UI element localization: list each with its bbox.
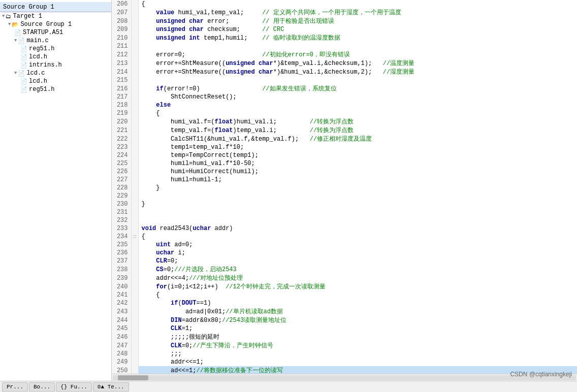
table-row[interactable]: 216 if(error!=0) //如果发生错误，系统复位 <box>112 84 577 93</box>
table-row[interactable]: 223 temp1=temp_val.f*10; <box>112 143 577 151</box>
table-row[interactable]: 224 temp=TempCorrect(temp1); <box>112 151 577 159</box>
file-icon: 📄 <box>20 62 27 69</box>
table-row[interactable]: 209 unsigned char checksum; // CRC <box>112 25 577 34</box>
bracket-indicator <box>131 333 138 341</box>
table-row[interactable]: 240 for(i=0;i<12;i++) //12个时钟走完，完成一次读取测量 <box>112 282 577 291</box>
code-content: value humi_val,temp_val; // 定义两个共同体，一个用于… <box>138 8 577 17</box>
bracket-indicator <box>131 135 138 143</box>
tree-item-lcd-c[interactable]: ▼📄lcd.c <box>0 69 111 77</box>
table-row[interactable]: 235 uint ad=0; <box>112 241 577 249</box>
table-row[interactable]: 227 humil=humil-1; <box>112 176 577 184</box>
tree-item-reg51-h[interactable]: 📄reg51.h <box>0 85 111 93</box>
table-row[interactable]: 233void read2543(uchar addr) <box>112 224 577 233</box>
line-number: 209 <box>112 25 131 34</box>
table-row[interactable]: 231 <box>112 208 577 216</box>
bottom-tab-bo---[interactable]: Bo... <box>29 382 55 391</box>
sidebar[interactable]: Source Group 1 ▼🗂Target 1▼📂Source Group … <box>0 0 112 381</box>
scroll-thumb[interactable] <box>118 375 148 380</box>
line-number: 249 <box>112 358 131 366</box>
file-icon: 📄 <box>14 29 21 36</box>
bracket-indicator <box>131 282 138 291</box>
code-content: DIN=addr&0x80;//2543读取测量地址位 <box>138 316 577 324</box>
bottom-tab-pr---[interactable]: Pr... <box>2 382 28 391</box>
code-content: { <box>138 233 577 241</box>
table-row[interactable]: 206{ <box>112 0 577 8</box>
code-content <box>138 208 577 216</box>
table-row[interactable]: 217 ShtConnectReset(); <box>112 93 577 101</box>
file-icon: 🗂 <box>6 13 11 20</box>
table-row[interactable]: 221 temp_val.f=(float)temp_val.i; //转换为浮… <box>112 126 577 135</box>
line-number: 226 <box>112 168 131 176</box>
table-row[interactable]: 249 addr<<=1; <box>112 358 577 366</box>
expand-icon: ▼ <box>8 22 11 27</box>
horizontal-scrollbar[interactable] <box>112 374 577 381</box>
table-row[interactable]: 230} <box>112 200 577 208</box>
table-row[interactable]: 228 } <box>112 184 577 192</box>
tree-item-target-1[interactable]: ▼🗂Target 1 <box>0 12 111 20</box>
bottom-tab----fu---[interactable]: {} Fu... <box>56 382 92 391</box>
tree-item-reg51-h[interactable]: 📄reg51.h <box>0 45 111 53</box>
table-row[interactable]: 229 <box>112 192 577 200</box>
bottom-tab-0--te---[interactable]: 0▲ Te... <box>93 382 129 391</box>
code-content: CLK=1; <box>138 324 577 333</box>
line-number: 212 <box>112 50 131 59</box>
line-number: 228 <box>112 184 131 192</box>
table-row[interactable]: 241 { <box>112 291 577 299</box>
table-row[interactable]: 208 unsigned char error; // 用于检验是否出现错误 <box>112 17 577 25</box>
bracket-indicator <box>131 68 138 76</box>
table-row[interactable]: 242 if(DOUT==1) <box>112 299 577 307</box>
code-content: { <box>138 0 577 8</box>
table-row[interactable]: 211 <box>112 42 577 50</box>
bracket-indicator <box>131 366 138 374</box>
expand-icon: ▼ <box>2 14 5 19</box>
tree-item-source-group-1[interactable]: ▼📂Source Group 1 <box>0 20 111 28</box>
table-row[interactable]: 218 else <box>112 101 577 109</box>
table-row[interactable]: 246 ;;;;;很短的延时 <box>112 333 577 341</box>
file-icon: 📄 <box>20 86 27 93</box>
tree-item-lcd-h[interactable]: 📄lcd.h <box>0 77 111 85</box>
code-scroll[interactable]: 206{207 value humi_val,temp_val; // 定义两个… <box>112 0 577 374</box>
table-row[interactable]: 236 uchar i; <box>112 249 577 257</box>
tree-item-startup-a51[interactable]: 📄STARTUP.A51 <box>0 28 111 37</box>
file-icon: 📄 <box>18 70 25 77</box>
table-row[interactable]: 234□{ <box>112 233 577 241</box>
table-row[interactable]: 237 CLR=0; <box>112 257 577 265</box>
table-row[interactable]: 212 error=0; //初始化error=0，即没有错误 <box>112 50 577 59</box>
code-content: CLK=0;//产生下降沿，产生时钟信号 <box>138 341 577 350</box>
bracket-indicator <box>131 257 138 265</box>
table-row[interactable]: 248 ;;; <box>112 350 577 358</box>
table-row[interactable]: 250 ad<<=1;//将数据移位准备下一位的读写 <box>112 366 577 374</box>
line-number: 238 <box>112 265 131 274</box>
code-content: addr<<=1; <box>138 358 577 366</box>
table-row[interactable]: 220 humi_val.f=(float)humi_val.i; //转换为浮… <box>112 117 577 126</box>
table-row[interactable]: 247 CLK=0;//产生下降沿，产生时钟信号 <box>112 341 577 350</box>
table-row[interactable]: 244 DIN=addr&0x80;//2543读取测量地址位 <box>112 316 577 324</box>
tree-item-intrins-h[interactable]: 📄intrins.h <box>0 61 111 69</box>
table-row[interactable]: 219 { <box>112 109 577 117</box>
tree-item-lcd-h[interactable]: 📄lcd.h <box>0 53 111 61</box>
file-icon: 📄 <box>20 54 27 60</box>
table-row[interactable]: 238 CS=0;///片选段，启动2543 <box>112 265 577 274</box>
table-row[interactable]: 232 <box>112 216 577 224</box>
table-row[interactable]: 213 error+=ShtMeasure((unsigned char*)&t… <box>112 59 577 68</box>
table-row[interactable]: 239 addr<<=4;///对地址位预处理 <box>112 274 577 282</box>
table-row[interactable]: 207 value humi_val,temp_val; // 定义两个共同体，… <box>112 8 577 17</box>
tree-item-main-c[interactable]: ▼📄main.c <box>0 37 111 45</box>
line-number: 247 <box>112 341 131 350</box>
table-row[interactable]: 214 error+=ShtMeasure((unsigned char*)&h… <box>112 68 577 76</box>
tree-item-label: intrins.h <box>29 61 62 69</box>
code-content <box>138 76 577 84</box>
table-row[interactable]: 245 CLK=1; <box>112 324 577 333</box>
table-row[interactable]: 225 humil=humi_val.f*10-50; <box>112 159 577 168</box>
code-content: CS=0;///片选段，启动2543 <box>138 265 577 274</box>
source-group-label: Source Group 1 <box>3 4 54 11</box>
table-row[interactable]: 210 unsigned int temp1,humil; // 临时读取到的温… <box>112 34 577 42</box>
line-number: 244 <box>112 316 131 324</box>
table-row[interactable]: 215 <box>112 76 577 84</box>
code-area: 206{207 value humi_val,temp_val; // 定义两个… <box>112 0 577 381</box>
table-row[interactable]: 243 ad=ad|0x01;//单片机读取ad数据 <box>112 307 577 316</box>
code-content: } <box>138 184 577 192</box>
bracket-indicator <box>131 184 138 192</box>
table-row[interactable]: 226 humi=HumiCorrect(humil); <box>112 168 577 176</box>
table-row[interactable]: 222 CalcSHT11(&humi_val.f,&temp_val.f); … <box>112 135 577 143</box>
